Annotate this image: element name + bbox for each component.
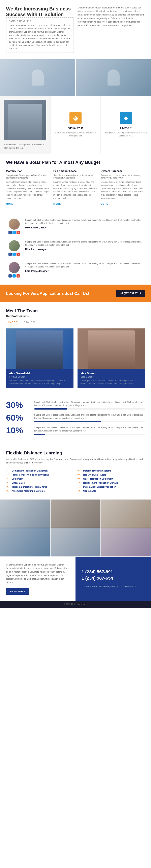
features-grid: Sample text. Click again or double click… [0, 96, 151, 154]
solar-heading: We Have a Solar Plan for Almost Any Budg… [6, 160, 145, 165]
filter-tag-2[interactable]: Group 02 [22, 320, 37, 324]
avatar-1 [9, 219, 20, 229]
footer-content: © 2023 All rights reserved [0, 601, 151, 608]
stat-bar-fill-60 [34, 421, 101, 422]
list-label-05: Telecommunications, digital films [12, 486, 47, 488]
list-label-12: Consultants [83, 490, 96, 492]
gallery-image-5 [51, 528, 100, 556]
social-icons-3: f t g [8, 274, 20, 278]
team-filter-bar: Image 01 Group 02 [6, 320, 145, 324]
gallery-image-3 [101, 499, 151, 528]
read-more-button[interactable]: READ MORE [6, 588, 29, 595]
contact-grid: Ut enim ad minim veniam, quis nostrud ex… [0, 557, 151, 601]
plan-monthly-subtitle: Sample text: Lorem ipsum dolor sit amet,… [6, 174, 50, 179]
feature-create: ◆ Create It Sample text. Click again or … [101, 96, 151, 154]
team-content: Meet The Team Our Professionals Image 01… [0, 302, 151, 398]
plan-lease-more[interactable]: MORE [53, 203, 61, 205]
plans-grid: Monthly Plan Sample text: Lorem ipsum do… [6, 169, 145, 206]
learning-content: Flexible Distance Learning We provide fl… [0, 444, 151, 499]
team-card-may: May Brown Sole Manager Lorem ipsum dolor… [78, 329, 145, 388]
feature-visualize: ◕ Visualize It Sample text. Click again … [50, 96, 101, 154]
testimonial-row-3: f t g Sample text. Click to select the t… [6, 259, 145, 281]
plan-monthly-more[interactable]: MORE [6, 203, 13, 205]
twitter-icon-3[interactable]: t [12, 274, 16, 278]
cta-text: Looking For Visa Applications Just Call … [6, 291, 89, 296]
list-item-11: 11. Plate Layout Expert Production [78, 485, 145, 489]
solar-section: We Have a Solar Plan for Almost Any Budg… [0, 154, 151, 212]
stat-row-30: 30% Sample text. Click to select the tex… [6, 400, 145, 410]
testimonial-content-2: Sample text. Click to select the text bo… [25, 240, 145, 252]
sample-label: SAMPLE HEADLINE [9, 20, 71, 22]
photo-gallery [0, 499, 151, 556]
avatar-area-1: f t g [6, 219, 22, 234]
hero-left: We Are Increasing Business Success With … [6, 6, 73, 55]
team-desc-may: Lorem ipsum dolor sit amet, consectetur … [81, 379, 142, 385]
features-section: Sample text. Click again or double click… [0, 96, 151, 154]
twitter-icon-1[interactable]: t [12, 231, 16, 234]
social-icons-2: f t g [8, 253, 20, 256]
cta-button[interactable]: +1 (777) 787 87 19 [116, 289, 145, 297]
testimonial-text-3: Sample text. Click to select the text bo… [25, 262, 145, 269]
team-info-alex: Alex Greenfield Creative Leader Lorem ip… [6, 369, 73, 388]
testimonial-content-3: Sample text. Click to select the text bo… [25, 262, 145, 273]
facebook-icon-2[interactable]: f [8, 253, 12, 256]
team-card-alex: Alex Greenfield Creative Leader Lorem ip… [6, 329, 73, 388]
avatar-3 [9, 262, 20, 273]
learning-cols: 01. Component Production Equipment 02. P… [6, 469, 145, 493]
twitter-icon-2[interactable]: t [12, 253, 16, 256]
gallery-image-1 [0, 499, 50, 528]
plan-purchase-more[interactable]: MORE [101, 203, 108, 205]
gallery-image-2 [51, 499, 100, 528]
list-num-10: 10. [78, 482, 82, 484]
list-num-06: 06. [6, 490, 10, 492]
list-num-02: 02. [6, 473, 10, 476]
list-num-11: 11. [78, 486, 82, 488]
team-name-alex: Alex Greenfield [9, 372, 70, 375]
stat-number-30: 30% [6, 400, 30, 410]
list-item-04: 04. Linear Sales [6, 481, 73, 485]
social-icons-1: f t g [8, 231, 20, 234]
list-item-02: 02. Professional Training and Investing [6, 473, 73, 477]
testimonial-row-2: f t g Sample text. Click to select the t… [6, 237, 145, 259]
testimonials-list: f t g Sample text. Click to select the t… [0, 212, 151, 285]
testimonial-name-3: Lora Perry, designer [25, 270, 145, 273]
team-role-may: Sole Manager [81, 375, 142, 378]
team-grid: Alex Greenfield Creative Leader Lorem ip… [6, 329, 145, 388]
learning-heading: Flexible Distance Learning [6, 451, 145, 456]
footer: © 2023 All rights reserved [0, 601, 151, 608]
plan-monthly: Monthly Plan Sample text: Lorem ipsum do… [6, 169, 50, 206]
list-item-01: 01. Component Production Equipment [6, 469, 73, 473]
list-label-03: Equipment [12, 477, 23, 480]
list-item-08: 08. Roll Off Truck Trailers [78, 473, 145, 477]
stat-text-60: Sample text. Click to select the text bo… [34, 413, 145, 420]
google-icon-1[interactable]: g [17, 231, 20, 234]
list-num-05: 05. [6, 486, 10, 488]
team-section: Meet The Team Our Professionals Image 01… [0, 302, 151, 398]
gallery-image-4 [0, 528, 50, 556]
stat-bar-area-30: Sample text. Click to select the text bo… [34, 401, 145, 409]
create-desc: Sample text. Click again or double click… [105, 131, 147, 137]
facebook-icon-1[interactable]: f [8, 231, 12, 234]
facebook-icon-3[interactable]: f [8, 274, 12, 278]
google-icon-2[interactable]: g [17, 253, 20, 256]
plan-purchase-text: Eiusmod tempor incididunt ut labore et d… [101, 181, 145, 200]
hero-section: We Are Increasing Business Success With … [0, 0, 151, 96]
stat-bar-fill-10 [34, 434, 45, 435]
stat-row-10: 10% Sample text. Click to select the tex… [6, 426, 145, 435]
stat-row-60: 60% Sample text. Click to select the tex… [6, 413, 145, 423]
plan-monthly-text: Eiusmod tempor incididunt ut labore et d… [6, 181, 50, 200]
list-num-12: 12. [78, 490, 82, 492]
list-label-06: Automated Measuring Systems [12, 490, 45, 492]
list-num-03: 03. [6, 477, 10, 480]
filter-tag-1[interactable]: Image 01 [6, 320, 20, 324]
hero-headline: We Are Increasing Business Success With … [6, 6, 73, 17]
contact-address: 101 Rock Street, 21 Avenue, New York, NY… [82, 585, 145, 588]
learning-list-left: 01. Component Production Equipment 02. P… [6, 469, 73, 493]
testimonial-name-1: Mike Larson, SEO [25, 226, 145, 229]
google-icon-3[interactable]: g [17, 274, 20, 278]
team-desc-alex: Lorem ipsum dolor sit amet, consectetur … [9, 379, 70, 385]
stat-number-10: 10% [6, 426, 30, 435]
team-photo-may [78, 329, 145, 369]
cta-banner: Looking For Visa Applications Just Call … [0, 285, 151, 302]
testimonial-text-1: Sample text. Click to select the text bo… [25, 219, 145, 225]
